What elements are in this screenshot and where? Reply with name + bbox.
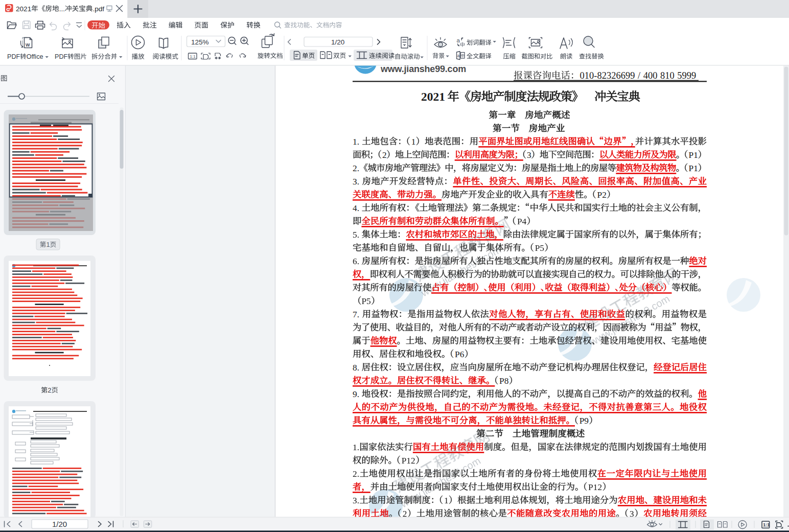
svg-text:5.: 5. <box>353 229 359 240</box>
svg-text:/: / <box>638 71 641 81</box>
svg-text:1:1: 1:1 <box>763 522 770 527</box>
svg-text:P2: P2 <box>597 190 607 200</box>
svg-text:W: W <box>26 42 30 48</box>
svg-text:P1: P1 <box>689 150 698 160</box>
svg-text:810: 810 <box>660 71 675 81</box>
svg-text:P12: P12 <box>588 482 602 492</box>
svg-text:5999: 5999 <box>677 71 696 81</box>
svg-text:P5: P5 <box>535 243 545 253</box>
svg-text:1.: 1. <box>353 136 359 147</box>
svg-text:1.: 1. <box>353 442 359 452</box>
svg-text:2: 2 <box>382 150 387 160</box>
svg-text:a: a <box>457 53 460 58</box>
svg-text:1:1: 1:1 <box>190 54 196 59</box>
svg-text:2021: 2021 <box>16 5 31 13</box>
svg-text:3.: 3. <box>353 495 359 505</box>
svg-text:2021: 2021 <box>421 90 445 103</box>
svg-text:8.: 8. <box>353 362 359 373</box>
svg-text:9.: 9. <box>353 389 359 399</box>
svg-text:125%: 125% <box>191 38 209 46</box>
svg-text:1/20: 1/20 <box>52 520 67 528</box>
svg-text:3: 3 <box>527 150 531 160</box>
svg-text:P12: P12 <box>402 455 415 466</box>
svg-text:2.: 2. <box>353 469 359 479</box>
svg-text:3.: 3. <box>353 176 359 187</box>
svg-text:1: 1 <box>444 495 449 505</box>
svg-text:PDF: PDF <box>55 53 67 60</box>
svg-text:Office: Office <box>27 53 43 60</box>
svg-text:P5: P5 <box>361 296 371 306</box>
svg-text:2.: 2. <box>353 163 359 173</box>
svg-text:...: ... <box>59 5 65 13</box>
svg-text:2: 2 <box>48 386 51 394</box>
svg-text:P9: P9 <box>579 415 589 426</box>
svg-text:1: 1 <box>46 241 50 248</box>
svg-text:7.: 7. <box>353 309 359 319</box>
svg-text:P4: P4 <box>517 216 527 226</box>
svg-text:P6: P6 <box>455 349 465 359</box>
svg-text:PDF: PDF <box>7 53 20 60</box>
svg-text:.pdf: .pdf <box>92 5 104 13</box>
svg-text:4.: 4. <box>353 203 359 213</box>
svg-text:010-82326699: 010-82326699 <box>580 71 635 81</box>
svg-text:1: 1 <box>411 136 416 147</box>
svg-text:400: 400 <box>643 71 658 81</box>
svg-text:6.: 6. <box>353 256 359 266</box>
svg-text:1/20: 1/20 <box>331 38 344 46</box>
svg-text:P8: P8 <box>499 376 509 386</box>
svg-text:P1: P1 <box>689 163 698 173</box>
svg-text:a: a <box>457 37 460 43</box>
